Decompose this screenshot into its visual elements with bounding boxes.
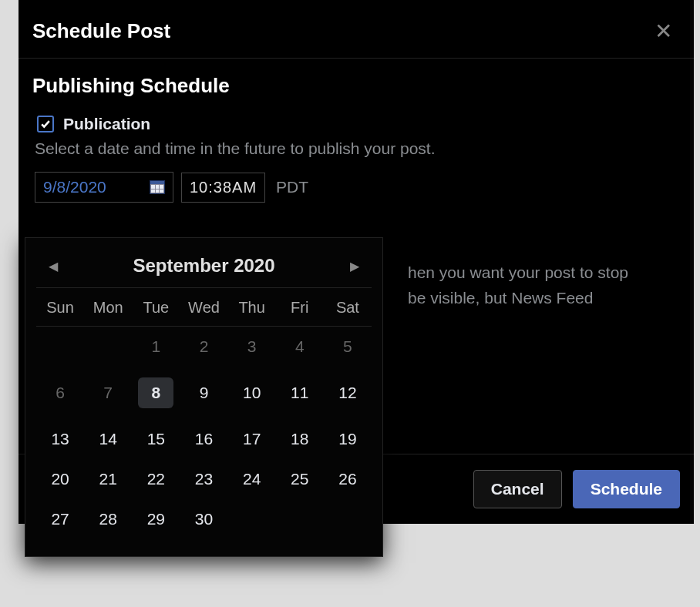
calendar-day-cell[interactable]: 23 <box>180 459 227 499</box>
calendar-day-cell[interactable]: 29 <box>132 499 180 539</box>
calendar-day-cell: 7 <box>84 367 132 419</box>
calendar-day-cell[interactable]: 30 <box>180 499 227 539</box>
calendar-day-cell[interactable]: 22 <box>132 459 180 499</box>
publication-help-text: Select a date and time in the future to … <box>35 139 680 158</box>
schedule-button[interactable]: Schedule <box>573 470 680 508</box>
calendar-day-cell[interactable]: 8 <box>132 367 180 419</box>
calendar-popup: ◀ September 2020 ▶ SunMonTueWedThuFriSat… <box>25 237 383 557</box>
checkmark-icon <box>40 119 51 129</box>
time-input-value: 10:38AM <box>190 179 257 196</box>
date-input[interactable]: 9/8/2020 <box>35 172 173 203</box>
calendar-day-cell[interactable]: 20 <box>36 459 84 499</box>
calendar-day-empty <box>84 327 132 367</box>
calendar-day-cell: 3 <box>228 327 276 367</box>
calendar-day-cell: 1 <box>132 327 180 367</box>
calendar-day-header: Mon <box>84 288 132 327</box>
prev-month-button[interactable]: ◀ <box>49 259 58 273</box>
distribution-partial-text: hen you want your post to stop be visibl… <box>408 260 628 310</box>
calendar-day-empty <box>276 499 324 539</box>
next-month-button[interactable]: ▶ <box>350 259 359 273</box>
calendar-day-empty <box>228 499 276 539</box>
calendar-day-cell[interactable]: 13 <box>36 419 84 459</box>
section-title: Publishing Schedule <box>32 74 680 98</box>
calendar-day-cell: 6 <box>36 367 84 419</box>
datetime-row: 9/8/2020 10:38AM PDT <box>35 172 680 203</box>
calendar-day-cell[interactable]: 18 <box>276 419 324 459</box>
publication-label: Publication <box>63 115 150 133</box>
calendar-header: ◀ September 2020 ▶ <box>36 247 372 288</box>
calendar-day-cell[interactable]: 10 <box>228 367 276 419</box>
modal-header: Schedule Post ✕ <box>19 0 694 59</box>
calendar-day-header: Tue <box>132 288 180 327</box>
calendar-icon <box>150 180 165 194</box>
publication-checkbox[interactable] <box>37 116 54 132</box>
calendar-day-cell[interactable]: 27 <box>36 499 84 539</box>
calendar-day-header: Sat <box>324 288 372 327</box>
calendar-day-cell[interactable]: 17 <box>228 419 276 459</box>
close-button[interactable]: ✕ <box>655 18 672 44</box>
calendar-day-cell[interactable]: 9 <box>180 367 227 419</box>
calendar-day-empty <box>36 327 84 367</box>
calendar-day-cell[interactable]: 15 <box>132 419 180 459</box>
date-input-value: 9/8/2020 <box>43 178 106 196</box>
modal-title: Schedule Post <box>32 19 170 43</box>
time-input[interactable]: 10:38AM <box>181 173 265 203</box>
calendar-day-cell[interactable]: 19 <box>324 419 372 459</box>
calendar-day-cell: 2 <box>180 327 227 367</box>
calendar-day-cell[interactable]: 16 <box>180 419 227 459</box>
calendar-grid: SunMonTueWedThuFriSat1234567891011121314… <box>36 288 372 539</box>
calendar-day-cell[interactable]: 24 <box>228 459 276 499</box>
calendar-day-cell[interactable]: 12 <box>324 367 372 419</box>
calendar-day-cell[interactable]: 26 <box>324 459 372 499</box>
calendar-day-cell[interactable]: 14 <box>84 419 132 459</box>
timezone-label: PDT <box>276 178 308 196</box>
cancel-button[interactable]: Cancel <box>473 470 562 508</box>
calendar-day-cell[interactable]: 25 <box>276 459 324 499</box>
calendar-day-header: Fri <box>276 288 324 327</box>
calendar-day-header: Thu <box>228 288 276 327</box>
calendar-day-empty <box>324 499 372 539</box>
calendar-day-cell: 5 <box>324 327 372 367</box>
calendar-day-header: Sun <box>36 288 84 327</box>
calendar-month-year: September 2020 <box>133 255 274 277</box>
calendar-day-cell: 4 <box>276 327 324 367</box>
calendar-day-cell[interactable]: 21 <box>84 459 132 499</box>
calendar-day-cell[interactable]: 11 <box>276 367 324 419</box>
calendar-day-header: Wed <box>180 288 227 327</box>
calendar-day-cell[interactable]: 28 <box>84 499 132 539</box>
publication-checkbox-row: Publication <box>32 115 680 133</box>
